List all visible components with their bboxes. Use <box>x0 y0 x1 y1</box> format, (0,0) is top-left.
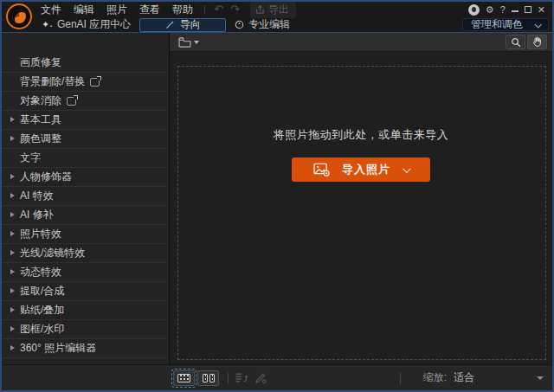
divider <box>400 372 401 384</box>
sidebar-item-label: 照片特效 <box>20 225 61 243</box>
sidebar-item-1[interactable]: 背景删除/替换 <box>3 73 168 92</box>
brush-edit-icon <box>254 372 267 384</box>
sidebar-item-label: 光线/滤镜特效 <box>20 244 85 262</box>
sidebar-item-label: 动态特效 <box>20 263 61 281</box>
expand-triangle-icon <box>10 288 15 293</box>
expand-triangle-icon <box>10 269 15 274</box>
sidebar-item-label: 文字 <box>20 149 41 167</box>
genai-badge-icon <box>67 97 76 106</box>
status-bar: 缩放: 适合 <box>2 364 552 390</box>
sidebar-item-label: 贴纸/叠加 <box>20 301 64 319</box>
menu-item-0[interactable]: 文件 <box>35 2 68 17</box>
chevron-down-icon <box>403 164 411 173</box>
sidebar-item-15[interactable]: 360° 照片编辑器 <box>3 339 168 358</box>
chevron-down-icon <box>537 376 544 380</box>
single-view-icon <box>177 374 190 382</box>
expand-triangle-icon <box>10 231 15 236</box>
sidebar-item-3[interactable]: 基本工具 <box>3 111 168 130</box>
sidebar-item-label: 图框/水印 <box>20 320 64 338</box>
sidebar-item-12[interactable]: 提取/合成 <box>3 282 168 301</box>
import-photos-label: 导入照片 <box>342 162 390 177</box>
expand-triangle-icon <box>10 117 15 122</box>
sidebar-item-5[interactable]: 文字 <box>3 149 168 168</box>
app-logo-icon <box>6 3 32 29</box>
divider <box>228 373 229 383</box>
sidebar-item-7[interactable]: AI 特效 <box>3 187 168 206</box>
zoom-level-dropdown[interactable]: 适合 <box>454 370 544 385</box>
sidebar-item-label: 基本工具 <box>20 111 61 129</box>
sparkles-icon: ✦˖ <box>42 19 53 30</box>
sidebar-item-8[interactable]: AI 修补 <box>3 206 168 225</box>
expand-triangle-icon <box>10 174 15 179</box>
single-view-button[interactable] <box>173 370 195 386</box>
stack-order-icon <box>235 372 248 384</box>
compare-view-button[interactable] <box>197 370 219 386</box>
menu-item-2[interactable]: 照片 <box>100 2 133 17</box>
sidebar-item-0[interactable]: 画质修复 <box>3 54 168 73</box>
sidebar-item-label: 画质修复 <box>20 54 61 72</box>
genai-hub-button[interactable]: ✦˖ GenAI 应用中心 <box>35 18 138 32</box>
genai-badge-icon <box>90 78 100 87</box>
sidebar-item-label: 360° 照片编辑器 <box>20 339 96 357</box>
sidebar-item-4[interactable]: 颜色调整 <box>3 130 168 149</box>
menu-item-3[interactable]: 查看 <box>133 2 166 17</box>
sidebar-item-6[interactable]: 人物修饰器 <box>3 168 168 187</box>
expand-triangle-icon <box>10 136 15 141</box>
sidebar-item-13[interactable]: 贴纸/叠加 <box>3 301 168 320</box>
drop-hint-text: 将照片拖动到此处，或单击来导入 <box>274 127 449 143</box>
zoom-label: 缩放: <box>423 370 447 385</box>
sidebar-item-label: AI 特效 <box>20 187 54 205</box>
sidebar-item-label: 颜色调整 <box>20 130 61 148</box>
photodirector-window: 文件编辑照片查看帮助 ↶ ↷ 导出 ⚙ ? ✕ ✦˖ GenA <box>0 0 554 392</box>
zoom-level-value: 适合 <box>454 370 474 385</box>
sidebar-item-label: 人物修饰器 <box>20 168 72 186</box>
expand-triangle-icon <box>10 250 15 255</box>
expand-triangle-icon <box>10 345 15 350</box>
guided-modules-sidebar: 画质修复背景删除/替换对象消除基本工具颜色调整文字人物修饰器AI 特效AI 修补… <box>2 33 170 364</box>
expand-triangle-icon <box>10 307 15 312</box>
sidebar-item-2[interactable]: 对象消除 <box>3 92 168 111</box>
image-import-icon <box>313 163 330 177</box>
import-photos-button[interactable]: 导入照片 <box>292 157 430 182</box>
sidebar-item-label: 提取/合成 <box>20 282 64 300</box>
menu-item-1[interactable]: 编辑 <box>68 2 100 17</box>
sidebar-item-10[interactable]: 光线/滤镜特效 <box>3 244 168 263</box>
genai-hub-label: GenAI 应用中心 <box>57 17 131 32</box>
compare-view-icon <box>203 374 215 382</box>
sidebar-item-14[interactable]: 图框/水印 <box>3 320 168 339</box>
sidebar-item-label: 背景删除/替换 <box>20 73 85 91</box>
zoom-control: 缩放: 适合 <box>400 370 544 385</box>
sidebar-item-11[interactable]: 动态特效 <box>3 263 168 282</box>
sidebar-item-label: 对象消除 <box>20 92 61 110</box>
expand-triangle-icon <box>10 212 15 217</box>
sidebar-item-9[interactable]: 照片特效 <box>3 225 168 244</box>
sidebar-item-label: AI 修补 <box>20 206 54 224</box>
expand-triangle-icon <box>10 326 15 331</box>
expand-triangle-icon <box>10 193 15 198</box>
content-area: 将照片拖动到此处，或单击来导入 导入照片 <box>170 33 552 364</box>
photo-canvas: 将照片拖动到此处，或单击来导入 导入照片 <box>170 52 552 364</box>
